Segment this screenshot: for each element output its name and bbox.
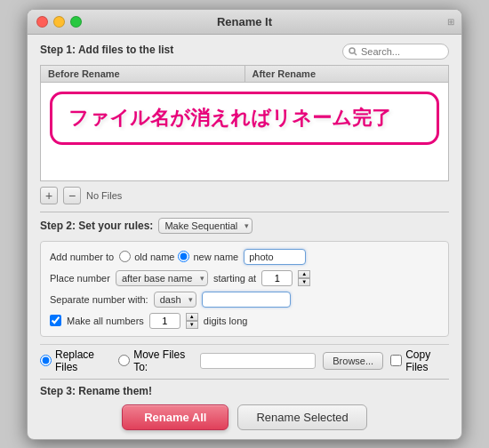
- digits-stepper[interactable]: ▲ ▼: [186, 313, 198, 329]
- japanese-text: ファイル名が消えればリネーム完了: [68, 107, 391, 129]
- digits-input[interactable]: [149, 313, 180, 329]
- file-table-header: Before Rename After Rename: [41, 66, 448, 83]
- place-select-wrapper[interactable]: after base name: [116, 270, 208, 286]
- separate-custom-input[interactable]: [202, 292, 291, 308]
- new-name-label: new name: [193, 252, 238, 262]
- replace-group: Replace Files: [40, 348, 111, 373]
- step3-label: Step 3: Rename them!: [40, 385, 152, 397]
- separator1: [40, 212, 449, 212]
- file-table-body: ファイル名が消えればリネーム完了: [41, 83, 448, 180]
- maximize-button[interactable]: [70, 16, 82, 28]
- move-group: Move Files To:: [118, 348, 193, 373]
- add-file-button[interactable]: +: [40, 187, 58, 204]
- replace-files-radio[interactable]: [40, 355, 52, 366]
- separate-label: Separate number with:: [50, 294, 148, 305]
- rules-box: Add number to old name new name Place nu…: [40, 241, 449, 337]
- separator2: [40, 379, 449, 380]
- action-row: Rename All Rename Selected: [40, 404, 449, 430]
- copy-files-checkbox[interactable]: [390, 355, 402, 366]
- make-all-label: Make all numbers: [67, 316, 144, 326]
- step2-label: Step 2: Set your rules:: [40, 220, 153, 232]
- traffic-lights: [36, 16, 82, 28]
- step1-header: Step 1: Add files to the list: [40, 44, 449, 60]
- remove-file-button[interactable]: −: [63, 187, 81, 204]
- window-title: Rename It: [217, 15, 272, 28]
- place-number-row: Place number after base name starting at…: [50, 270, 439, 286]
- separate-select-wrapper[interactable]: dash: [154, 292, 196, 308]
- close-button[interactable]: [36, 16, 48, 28]
- old-name-radio[interactable]: [119, 251, 131, 262]
- step3-row: Replace Files Move Files To: Browse... C…: [40, 344, 449, 373]
- make-all-checkbox[interactable]: [50, 315, 61, 326]
- place-number-label: Place number: [50, 273, 110, 284]
- add-number-label: Add number to: [50, 252, 114, 262]
- before-rename-col: Before Rename: [41, 66, 245, 82]
- file-toolbar: + − No Files: [40, 187, 449, 204]
- separate-row: Separate number with: dash: [50, 292, 439, 308]
- rename-selected-button[interactable]: Rename Selected: [237, 404, 366, 430]
- digits-label: digits long: [204, 316, 248, 326]
- window-content: Step 1: Add files to the list Before Ren…: [28, 35, 461, 439]
- replace-files-label: Replace Files: [55, 348, 111, 373]
- starting-at-label: starting at: [213, 273, 256, 284]
- japanese-text-box: ファイル名が消えればリネーム完了: [50, 92, 439, 145]
- starting-at-input[interactable]: [261, 270, 293, 286]
- move-files-label: Move Files To:: [133, 348, 193, 373]
- preset-select-wrapper[interactable]: Make Sequential: [158, 218, 253, 234]
- move-files-radio[interactable]: [118, 355, 130, 366]
- stepper-up[interactable]: ▲: [298, 270, 310, 278]
- preset-select[interactable]: Make Sequential: [158, 218, 253, 234]
- copy-files-label: Copy Files: [405, 348, 449, 373]
- copy-group: Copy Files: [390, 348, 449, 373]
- browse-button[interactable]: Browse...: [323, 352, 383, 370]
- main-window: Rename It ⊞ Step 1: Add files to the lis…: [27, 9, 462, 440]
- digits-stepper-up[interactable]: ▲: [186, 313, 198, 321]
- new-name-input[interactable]: [244, 249, 306, 265]
- search-input[interactable]: [342, 44, 449, 60]
- make-all-row: Make all numbers ▲ ▼ digits long: [50, 313, 439, 329]
- step2-row: Step 2: Set your rules: Make Sequential: [40, 218, 449, 234]
- old-name-label: old name: [134, 252, 174, 262]
- rename-all-button[interactable]: Rename All: [122, 404, 228, 430]
- radio-group: old name new name: [119, 251, 238, 262]
- new-name-radio[interactable]: [178, 251, 189, 262]
- after-rename-col: After Rename: [245, 66, 449, 82]
- move-path-input[interactable]: [200, 353, 316, 369]
- titlebar: Rename It ⊞: [28, 10, 461, 35]
- place-select[interactable]: after base name: [116, 270, 208, 286]
- starting-stepper[interactable]: ▲ ▼: [298, 270, 310, 286]
- step1-label: Step 1: Add files to the list: [40, 44, 173, 56]
- no-files-label: No Files: [86, 190, 122, 201]
- file-table: Before Rename After Rename ファイル名が消えればリネー…: [40, 65, 449, 181]
- resize-icon: ⊞: [447, 17, 454, 27]
- add-number-row: Add number to old name new name: [50, 249, 439, 265]
- minimize-button[interactable]: [53, 16, 65, 28]
- stepper-down[interactable]: ▼: [298, 278, 310, 286]
- separate-select[interactable]: dash: [154, 292, 196, 308]
- digits-stepper-down[interactable]: ▼: [186, 321, 198, 329]
